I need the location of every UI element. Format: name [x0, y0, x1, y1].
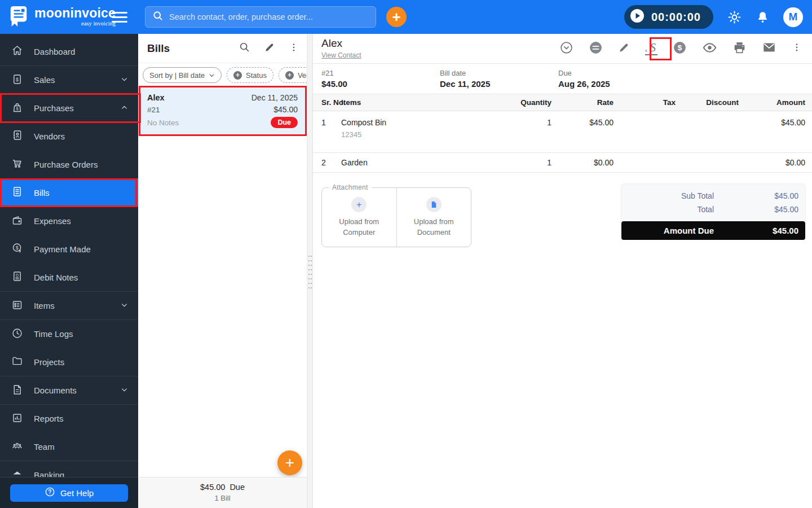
sidebar-item-bills[interactable]: Bills — [0, 178, 138, 207]
sidebar-item-label: Bills — [34, 188, 50, 198]
clock-icon — [11, 327, 23, 341]
quick-add-button[interactable]: + — [386, 7, 407, 27]
bills-document-icon — [11, 186, 23, 199]
payment-dollar-icon[interactable]: $ — [673, 41, 687, 57]
view-contact-link[interactable]: View Contact — [321, 51, 361, 59]
sidebar-nav: Dashboard $ Sales $ Purchases Vendors Pu… — [0, 34, 138, 508]
play-icon[interactable] — [630, 8, 645, 25]
items-list-icon — [11, 299, 23, 313]
document-icon — [426, 197, 442, 212]
sort-by-pill[interactable]: Sort by | Bill date — [143, 67, 222, 83]
summary-bill-date-label: Bill date — [440, 68, 558, 78]
col-rate: Rate — [558, 98, 620, 107]
sidebar-item-team[interactable]: Team — [0, 432, 138, 461]
sidebar-item-sales[interactable]: $ Sales — [0, 65, 138, 94]
get-help-button[interactable]: Get Help — [10, 484, 128, 502]
add-bill-fab[interactable]: + — [277, 450, 302, 475]
upload-from-computer-button[interactable]: + Upload from Computer — [322, 188, 396, 247]
sidebar-item-time-logs[interactable]: Time Logs — [0, 319, 138, 348]
user-avatar[interactable]: M — [783, 7, 803, 27]
summary-due-value: Aug 26, 2025 — [558, 78, 610, 90]
preview-eye-icon[interactable] — [702, 40, 717, 58]
signature-icon[interactable]: Sx — [645, 42, 658, 55]
bill-list-item-alex[interactable]: Alex Dec 11, 2025 #21 $45.00 No Notes Du… — [138, 87, 307, 136]
sidebar-item-expenses[interactable]: Expenses — [0, 207, 138, 235]
cell-item-name: Garden — [341, 158, 496, 167]
sidebar-item-banking[interactable]: Banking — [0, 461, 138, 477]
sidebar-item-payment-made[interactable]: $ Payment Made — [0, 235, 138, 263]
splitter-drag-handle[interactable] — [308, 254, 312, 290]
col-sr-no: Sr. No. — [313, 98, 341, 107]
list-search-icon[interactable] — [239, 41, 250, 55]
sidebar-item-documents[interactable]: Documents — [0, 376, 138, 404]
items-table-header: Sr. No. Items Quantity Rate Tax Discount… — [313, 94, 812, 111]
sidebar-item-label: Projects — [34, 357, 64, 367]
sort-by-label: Sort by | Bill date — [149, 71, 205, 80]
sidebar-item-vendors[interactable]: Vendors — [0, 122, 138, 150]
chevron-up-icon — [121, 103, 128, 113]
bank-icon — [11, 468, 23, 478]
timer-widget[interactable]: 00:00:00 — [624, 5, 713, 29]
sidebar-item-purchase-orders[interactable]: Purchase Orders — [0, 150, 138, 178]
vendors-book-icon — [11, 129, 23, 143]
chevron-down-icon — [121, 386, 128, 395]
plus-icon: + — [285, 71, 294, 80]
upload-computer-label: Upload from Computer — [328, 217, 390, 237]
vendor-filter-label: Vendor — [298, 71, 307, 80]
total-value: $45.00 — [714, 205, 798, 214]
list-more-kebab-icon[interactable] — [289, 42, 299, 55]
cell-amount: $0.00 — [745, 158, 812, 167]
sidebar-item-label: Purchases — [34, 103, 74, 113]
cell-rate: $45.00 — [558, 118, 620, 139]
settings-gear-icon[interactable] — [727, 10, 742, 25]
sidebar-item-label: Debit Notes — [34, 273, 78, 282]
upload-from-document-button[interactable]: Upload from Document — [396, 188, 471, 247]
sidebar-item-debit-notes[interactable]: D Debit Notes — [0, 263, 138, 291]
bill-contact-name: Alex — [147, 93, 165, 102]
sidebar-item-label: Purchase Orders — [34, 160, 98, 169]
cell-tax — [620, 118, 682, 139]
total-label: Total — [628, 205, 714, 214]
edit-pencil-icon[interactable] — [618, 42, 630, 56]
bill-detail-pane: Alex View Contact Sx $ #21 $45.00 Bill d… — [313, 34, 812, 508]
panel-splitter — [307, 34, 313, 508]
sidebar-item-label: Dashboard — [34, 47, 75, 56]
adjustments-icon[interactable] — [589, 41, 603, 57]
status-filter-pill[interactable]: + Status — [227, 67, 273, 83]
bill-notes: No Notes — [147, 119, 179, 127]
cart-icon — [11, 157, 23, 171]
cell-rate: $0.00 — [558, 158, 620, 167]
brand-name: mooninvoice — [34, 7, 116, 20]
more-kebab-icon[interactable] — [792, 42, 802, 55]
detail-contact-name: Alex — [321, 37, 361, 50]
sidebar-item-purchases[interactable]: $ Purchases — [0, 94, 138, 122]
sidebar-item-label: Reports — [34, 414, 64, 423]
footer-total-status: Due — [230, 483, 245, 492]
sales-invoice-icon: $ — [11, 73, 23, 87]
vendor-filter-pill[interactable]: + Vendor — [279, 67, 307, 83]
search-input[interactable] — [169, 12, 369, 21]
email-envelope-icon[interactable] — [762, 40, 776, 57]
notifications-bell-icon[interactable] — [756, 10, 770, 24]
list-edit-pencil-icon[interactable] — [264, 42, 275, 55]
cell-discount — [682, 118, 745, 139]
status-dropdown-icon[interactable] — [559, 41, 573, 57]
attachment-legend: Attachment — [329, 183, 372, 191]
sidebar-item-dashboard[interactable]: Dashboard — [0, 37, 138, 65]
sidebar-item-reports[interactable]: Reports — [0, 404, 138, 432]
sidebar-item-label: Vendors — [34, 132, 65, 141]
cell-qty: 1 — [496, 158, 558, 167]
footer-bill-count: 1 Bill — [138, 494, 307, 502]
col-quantity: Quantity — [496, 98, 558, 107]
sidebar-item-projects[interactable]: Projects — [0, 348, 138, 376]
hamburger-menu-icon[interactable] — [112, 12, 127, 23]
debit-note-icon: D — [11, 270, 23, 284]
topbar: mooninvoice easy invoicing + 00:00:00 — [0, 0, 812, 34]
cell-qty: 1 — [496, 118, 558, 139]
sidebar-item-items[interactable]: Items — [0, 291, 138, 319]
plus-icon: + — [351, 197, 367, 212]
print-icon[interactable] — [732, 41, 747, 57]
brand-logo: mooninvoice easy invoicing — [0, 5, 105, 29]
svg-text:$: $ — [678, 43, 682, 52]
payment-dollar-icon: $ — [11, 242, 23, 256]
